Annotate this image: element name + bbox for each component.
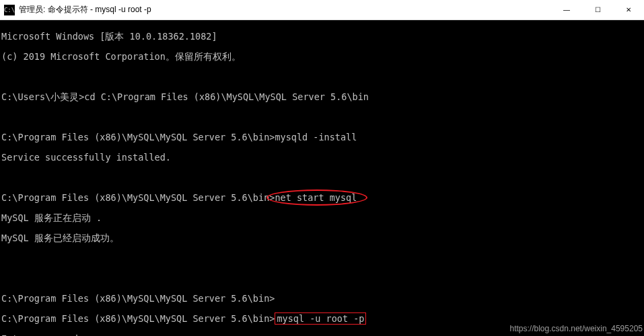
highlight-ellipse: net start mysql bbox=[275, 192, 357, 203]
terminal-line bbox=[1, 72, 644, 82]
terminal-container: Microsoft Windows [版本 10.0.18362.1082] (… bbox=[0, 20, 644, 336]
terminal-line: MySQL 服务正在启动 . bbox=[1, 213, 644, 223]
window-title: 管理员: 命令提示符 - mysql -u root -p bbox=[19, 4, 151, 15]
terminal-line: Service successfully installed. bbox=[1, 153, 644, 163]
terminal-line bbox=[1, 253, 644, 263]
maximize-button[interactable]: ☐ bbox=[582, 0, 613, 19]
highlight-rect: mysql -u root -p bbox=[275, 312, 366, 325]
close-button[interactable]: ✕ bbox=[613, 0, 644, 19]
window-controls: — ☐ ✕ bbox=[551, 0, 644, 19]
watermark-text: https://blog.csdn.net/weixin_4595205 bbox=[510, 324, 643, 333]
window-titlebar: C:\ 管理员: 命令提示符 - mysql -u root -p — ☐ ✕ bbox=[0, 0, 644, 20]
maximize-icon: ☐ bbox=[595, 6, 601, 13]
terminal-line: C:\Program Files (x86)\MySQL\MySQL Serve… bbox=[1, 193, 644, 203]
close-icon: ✕ bbox=[626, 6, 631, 13]
cmd-prompt-icon: C:\ bbox=[4, 5, 15, 15]
minimize-button[interactable]: — bbox=[551, 0, 582, 19]
terminal-line: C:\Program Files (x86)\MySQL\MySQL Serve… bbox=[1, 132, 644, 142]
terminal-line bbox=[1, 173, 644, 183]
terminal-line bbox=[1, 112, 644, 122]
terminal-line: MySQL 服务已经启动成功。 bbox=[1, 233, 644, 243]
terminal-line: C:\Program Files (x86)\MySQL\MySQL Serve… bbox=[1, 294, 644, 304]
terminal-output[interactable]: Microsoft Windows [版本 10.0.18362.1082] (… bbox=[0, 20, 644, 336]
terminal-line: Microsoft Windows [版本 10.0.18362.1082] bbox=[1, 32, 644, 42]
terminal-line bbox=[1, 274, 644, 284]
terminal-line: C:\Users\小美灵>cd C:\Program Files (x86)\M… bbox=[1, 92, 644, 102]
terminal-line: (c) 2019 Microsoft Corporation。保留所有权利。 bbox=[1, 52, 644, 62]
terminal-line: C:\Program Files (x86)\MySQL\MySQL Serve… bbox=[1, 314, 644, 324]
titlebar-left: C:\ 管理员: 命令提示符 - mysql -u root -p bbox=[0, 4, 151, 15]
minimize-icon: — bbox=[563, 6, 570, 13]
